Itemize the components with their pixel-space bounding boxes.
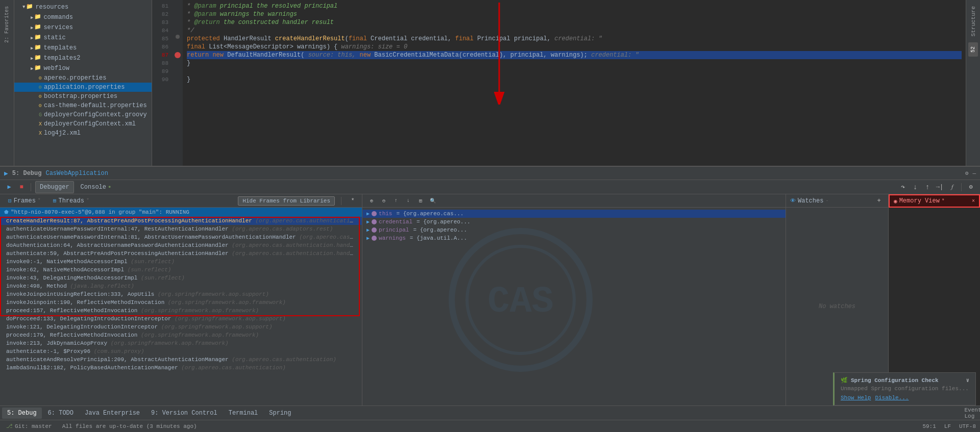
frames-tab[interactable]: ⊡ Frames * (4, 196, 45, 206)
frame-item-1[interactable]: authenticateUsernamePasswordInternal:47,… (0, 225, 362, 233)
version-control-tab-btn[interactable]: 9: Version Control (146, 408, 223, 419)
code-line-81: * @param principal the resolved principa… (187, 2, 962, 10)
resume-btn[interactable]: ▶ (4, 182, 14, 192)
sidebar-item-cas-theme-properties[interactable]: ⚙ cas-theme-default.properties (14, 101, 152, 110)
var-item-credential[interactable]: ▶ credential = {org.apereo... (362, 218, 786, 226)
var-item-this[interactable]: ▶ this = {org.apereo.cas... (362, 210, 786, 218)
terminal-tab-btn[interactable]: Terminal (224, 408, 263, 419)
debugger-tab[interactable]: Debugger (35, 181, 74, 193)
var-toolbar-btn-6[interactable]: 🔍 (428, 196, 438, 206)
frame-item-13[interactable]: invoke:121, DelegatingIntroductionInterc… (0, 323, 362, 331)
step-into-btn[interactable]: ↓ (910, 182, 920, 192)
folder-icon: 📁 (34, 34, 42, 42)
java-enterprise-tab-btn[interactable]: Java Enterprise (80, 408, 145, 419)
sidebar-item-deployer-groovy[interactable]: G deployerConfigContext.groovy (14, 110, 152, 119)
git-icon: ⎇ (6, 423, 13, 429)
sidebar-item-templates2[interactable]: ▶ 📁 templates2 (14, 53, 152, 63)
add-watch-btn[interactable]: + (874, 196, 884, 206)
frame-item-7[interactable]: invoke:43, DelegatingMethodAccessorImpl … (0, 274, 362, 282)
sidebar-item-resources[interactable]: ▼ 📁 resources (14, 2, 152, 12)
var-toolbar-btn-4[interactable]: ↓ (403, 196, 413, 206)
code-line-89 (187, 67, 962, 75)
step-over-btn[interactable]: ↷ (898, 182, 908, 192)
memory-view-header[interactable]: ◉ Memory View * × (889, 194, 980, 208)
thread-item[interactable]: ⬟ "http-nio-8070-exec-5"@9,888 in group … (0, 208, 362, 217)
bottom-tabs-bar: 5: Debug 6: TODO Java Enterprise 9: Vers… (0, 405, 980, 420)
sidebar-item-label: templates (43, 44, 77, 52)
frame-item-10[interactable]: invokeJoinpoint:190, ReflectiveMethodInv… (0, 298, 362, 307)
sidebar-item-application-properties[interactable]: ⚙ application.properties (14, 83, 152, 92)
frames-icon: ⊡ (8, 197, 12, 204)
evaluate-btn[interactable]: 𝑓 (947, 182, 957, 192)
maven-tab[interactable]: 52 (968, 42, 978, 57)
stop-btn[interactable]: ■ (16, 182, 27, 192)
frame-item-16[interactable]: authenticate:-1, $Proxy96 (com.sun.proxy… (0, 347, 362, 355)
sidebar-item-label: templates2 (43, 55, 80, 62)
no-watches-label: No watches (819, 303, 855, 310)
frame-item-2[interactable]: authenticateUsernamePasswordInternal:81,… (0, 233, 362, 241)
var-toolbar-btn-2[interactable]: ⊖ (379, 196, 389, 206)
frame-item-3[interactable]: doAuthentication:64, AbstractUsernamePas… (0, 241, 362, 249)
spring-tab-btn[interactable]: Spring (264, 408, 296, 419)
frame-item-4[interactable]: authenticate:59, AbstractPreAndPostProce… (0, 249, 362, 258)
frame-item-15[interactable]: invoke:213, JdkDynamicAopProxy (org.spri… (0, 339, 362, 347)
threads-tab[interactable]: ⊞ Threads * (49, 196, 93, 206)
sidebar-item-bootstrap-properties[interactable]: ⚙ bootstrap.properties (14, 92, 152, 101)
debug-tab-btn[interactable]: 5: Debug (2, 408, 42, 419)
expand-icon: ▼ (22, 5, 25, 10)
frame-item-11[interactable]: proceed:157, ReflectiveMethodInvocation … (0, 307, 362, 315)
sidebar-item-templates[interactable]: ▶ 📁 templates (14, 43, 152, 53)
frame-item-12[interactable]: doProcceed:133, DelegatingIntroductionIn… (0, 315, 362, 323)
hide-frames-btn[interactable]: Hide Frames from Libraries (238, 196, 335, 206)
spring-notif-title: 🌿 Spring Configuration Check ∨ (841, 377, 969, 384)
code-line-90: } (187, 75, 962, 84)
event-log-btn[interactable]: Event Log (968, 408, 978, 418)
sidebar-item-apereo-properties[interactable]: ⚙ apereo.properties (14, 73, 152, 83)
var-dot-icon (372, 211, 377, 216)
step-out-btn[interactable]: ↑ (922, 182, 933, 192)
frame-item-8[interactable]: invoke:498, Method (java.lang.reflect) (0, 282, 362, 290)
frame-item-18[interactable]: lambdaSnull$2:182, PolicyBasedAuthentica… (0, 364, 362, 372)
spring-notification: 🌿 Spring Configuration Check ∨ Unmapped … (833, 372, 976, 405)
settings-btn[interactable]: ⚙ (966, 182, 976, 192)
todo-tab-btn[interactable]: 6: TODO (43, 408, 79, 419)
sidebar-item-webflow[interactable]: ▶ 📁 webflow (14, 63, 152, 73)
sidebar-item-commands[interactable]: ▶ 📁 commands (14, 12, 152, 22)
sidebar-item-label: cas-theme-default.properties (44, 102, 147, 109)
console-tab[interactable]: Console ● (76, 181, 116, 193)
file-tree-sidebar: ▼ 📁 resources ▶ 📁 commands ▶ 📁 services … (14, 0, 152, 166)
code-editor[interactable]: * @param principal the resolved principa… (183, 0, 966, 166)
close-memory-btn[interactable]: × (972, 198, 975, 204)
show-help-link[interactable]: Show Help (841, 395, 871, 401)
minimize-icon[interactable]: — (972, 170, 976, 176)
var-toolbar-btn-1[interactable]: ⊕ (366, 196, 377, 206)
var-value-warnings: = {java.util.A... (410, 235, 467, 241)
var-item-principal[interactable]: ▶ principal = {org.apereo... (362, 226, 786, 234)
debug-icon[interactable]: ▶ (4, 169, 8, 177)
var-item-warnings[interactable]: ▶ warnings = {java.util.A... (362, 234, 786, 242)
notif-close-btn[interactable]: ∨ (966, 377, 969, 384)
sidebar-item-services[interactable]: ▶ 📁 services (14, 22, 152, 33)
sidebar-item-static[interactable]: ▶ 📁 static (14, 33, 152, 43)
sidebar-item-deployer-xml[interactable]: X deployerConfigContext.xml (14, 119, 152, 129)
terminal-tab-label: Terminal (229, 410, 258, 417)
structure-tab[interactable]: Structure (968, 2, 978, 40)
variables-panel: ⊕ ⊖ ↑ ↓ ⊞ 🔍 ▶ this = {org.apereo.cas... (362, 194, 786, 405)
settings-icon[interactable]: ⚙ (965, 170, 969, 176)
app-label[interactable]: CasWebApplication (45, 170, 108, 177)
frame-item-6[interactable]: invoke:62, NativeMethodAccessorImpl (sun… (0, 266, 362, 274)
frame-item-17[interactable]: authenticateAndResolvePrincipal:209, Abs… (0, 355, 362, 364)
run-to-cursor-btn[interactable]: →| (935, 182, 945, 192)
restore-btn[interactable]: * (348, 196, 358, 206)
frame-item-14[interactable]: proceed:179, ReflectiveMethodInvocation … (0, 331, 362, 339)
git-btn[interactable]: ⎇ Git: master (4, 422, 54, 430)
sidebar-item-log4j2-xml[interactable]: X log4j2.xml (14, 129, 152, 138)
var-toolbar-btn-3[interactable]: ↑ (391, 196, 401, 206)
var-toolbar-btn-5[interactable]: ⊞ (415, 196, 426, 206)
frame-item-5[interactable]: invoke0:-1, NativeMethodAccessorImpl (su… (0, 258, 362, 266)
favorites-tab[interactable]: 2: Favorites (2, 2, 12, 47)
frame-item-0[interactable]: createHandlerResult:87, AbstractPreAndPo… (0, 217, 362, 225)
frame-item-9[interactable]: invokeJoinpointUsingReflection:333, AopU… (0, 290, 362, 298)
disable-link[interactable]: Disable... (875, 395, 909, 401)
code-line-87: return new DefaultHandlerResult( source:… (187, 51, 962, 59)
